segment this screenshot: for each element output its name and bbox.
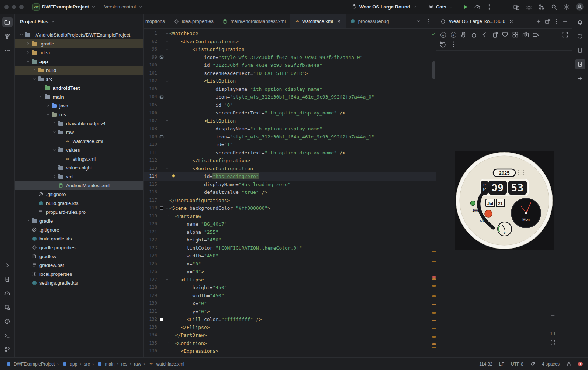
code-line-106[interactable]: 106screenReaderText="ith_option_display_… bbox=[144, 109, 436, 117]
tree-item[interactable]: xml bbox=[15, 172, 143, 181]
screen-record-button[interactable] bbox=[532, 31, 540, 38]
chevron-down-icon[interactable] bbox=[38, 94, 44, 100]
breadcrumb-item[interactable]: app bbox=[61, 361, 77, 367]
tree-item[interactable]: AndroidManifest.xml bbox=[15, 181, 143, 190]
chevron-down-icon[interactable] bbox=[45, 112, 51, 117]
tree-item[interactable]: java bbox=[15, 101, 143, 110]
tree-item[interactable]: androidTest bbox=[15, 83, 143, 92]
error-notification-badge[interactable] bbox=[578, 362, 583, 366]
code-line-99[interactable]: 99icon="style_wfs_312c30bf_f64a_461e_9c9… bbox=[144, 54, 436, 62]
fold-icon[interactable] bbox=[165, 30, 169, 38]
warning-stripe-mark[interactable] bbox=[432, 320, 436, 321]
chevron-right-icon[interactable] bbox=[52, 174, 58, 179]
code-line-123[interactable]: 123tintColor="[CONFIGURATION.themeColor.… bbox=[144, 244, 436, 252]
code-line-121[interactable]: 121alpha="255" bbox=[144, 228, 436, 236]
warning-stripe-mark[interactable] bbox=[432, 278, 436, 280]
line-number[interactable]: 106 bbox=[144, 109, 159, 117]
tree-item[interactable]: res bbox=[15, 110, 143, 119]
code-line-134[interactable]: 134</PartDraw> bbox=[144, 331, 436, 339]
vcs-widget[interactable]: Version control bbox=[102, 3, 145, 11]
code-line-130[interactable]: 130x="0" bbox=[144, 299, 436, 308]
image-preview-icon[interactable] bbox=[159, 93, 165, 101]
settings-icon[interactable] bbox=[563, 4, 570, 10]
problems-tool-icon[interactable] bbox=[2, 316, 13, 326]
line-number[interactable]: 115 bbox=[144, 181, 159, 189]
tab-moptions[interactable]: moptions bbox=[144, 14, 169, 28]
indent-widget[interactable]: 4 spaces bbox=[542, 362, 560, 367]
line-number[interactable]: 112 bbox=[144, 157, 159, 165]
chevron-down-icon[interactable] bbox=[52, 129, 58, 135]
device-tab-title[interactable]: Wear OS Large Ro...l 36.0 bbox=[449, 18, 505, 24]
breadcrumb-item[interactable]: DWFExampleProject bbox=[5, 361, 55, 367]
tree-item[interactable]: .gradle bbox=[15, 39, 143, 48]
line-number[interactable]: 1 bbox=[144, 30, 159, 38]
tab-watchface-xml[interactable]: </>watchface.xml bbox=[290, 14, 345, 28]
code-line-126[interactable]: 126y="0"> bbox=[144, 268, 436, 276]
line-number[interactable]: 62 bbox=[144, 38, 159, 46]
chevron-right-icon[interactable] bbox=[45, 103, 51, 109]
warning-stripe-mark[interactable] bbox=[432, 343, 436, 345]
line-number[interactable]: 108 bbox=[144, 125, 159, 133]
terminal-tool-icon[interactable] bbox=[2, 330, 13, 340]
code-line-107[interactable]: 107<ListOption bbox=[144, 117, 436, 125]
fold-icon[interactable] bbox=[165, 77, 169, 85]
encoding-widget[interactable]: UTF-8 bbox=[511, 362, 523, 367]
panel-options-icon[interactable] bbox=[553, 18, 559, 24]
overview-button[interactable] bbox=[512, 31, 519, 38]
code-line-124[interactable]: 124width="450" bbox=[144, 252, 436, 260]
heart-rate-button[interactable] bbox=[501, 31, 509, 38]
warning-stripe-mark[interactable] bbox=[432, 336, 436, 338]
line-number[interactable]: 121 bbox=[144, 228, 159, 236]
code-line-122[interactable]: 122height="450" bbox=[144, 236, 436, 244]
fold-icon[interactable] bbox=[165, 117, 169, 125]
fold-icon[interactable] bbox=[165, 339, 169, 347]
chevron-down-icon[interactable] bbox=[32, 76, 38, 82]
device-mirroring-icon[interactable] bbox=[513, 4, 520, 10]
project-widget[interactable]: DW DWFExampleProject bbox=[30, 2, 98, 12]
tab-options-icon[interactable] bbox=[426, 18, 431, 24]
line-separator-widget[interactable]: LF bbox=[499, 362, 504, 367]
line-number[interactable]: 104 bbox=[144, 93, 159, 101]
run-tool-icon[interactable] bbox=[2, 260, 13, 270]
code-line-132[interactable]: 132<Fill color="#ffffffff" /> bbox=[144, 315, 436, 323]
tree-item[interactable]: settings.gradle.kts bbox=[15, 278, 143, 287]
code-line-103[interactable]: 103displayName="ith_option_display_name" bbox=[144, 85, 436, 93]
pull-requests-icon[interactable] bbox=[538, 4, 545, 10]
project-view-selector[interactable]: Project Files bbox=[15, 14, 143, 29]
close-tab-icon[interactable] bbox=[336, 19, 341, 24]
screenshot-button[interactable] bbox=[522, 31, 529, 38]
code-line-133[interactable]: 133</Ellipse> bbox=[144, 323, 436, 332]
image-preview-icon[interactable] bbox=[159, 54, 165, 62]
tree-item[interactable]: main bbox=[15, 92, 143, 101]
image-preview-icon[interactable] bbox=[159, 133, 165, 141]
line-number[interactable]: 130 bbox=[144, 299, 159, 308]
code-line-1[interactable]: 1<WatchFace bbox=[144, 30, 436, 38]
button-2-button[interactable]: 2 bbox=[450, 31, 457, 38]
version-control-tool-icon[interactable] bbox=[2, 344, 13, 354]
chevron-right-icon[interactable] bbox=[52, 120, 58, 126]
rotate-device-button[interactable] bbox=[491, 31, 498, 38]
line-number[interactable]: 117 bbox=[144, 196, 159, 205]
back-button[interactable] bbox=[481, 31, 488, 38]
code-line-102[interactable]: 102<ListOption bbox=[144, 77, 436, 85]
warning-stripe-mark[interactable] bbox=[432, 328, 436, 329]
user-avatar[interactable] bbox=[576, 3, 584, 11]
breadcrumb-item[interactable]: src bbox=[84, 362, 90, 367]
line-number[interactable]: 101 bbox=[144, 69, 159, 78]
line-number[interactable]: 119 bbox=[144, 212, 159, 220]
macos-window-controls[interactable] bbox=[4, 5, 24, 9]
line-number[interactable]: 100 bbox=[144, 61, 159, 69]
zoom-reset-button[interactable]: 1:1 bbox=[550, 332, 556, 336]
project-tool-icon[interactable] bbox=[2, 17, 13, 27]
chevron-down-icon[interactable] bbox=[52, 147, 58, 153]
tree-item[interactable]: gradle.properties bbox=[15, 243, 143, 252]
tree-item[interactable]: raw bbox=[15, 128, 143, 137]
line-number[interactable]: 122 bbox=[144, 236, 159, 244]
minimize-window-button[interactable] bbox=[12, 5, 16, 9]
gemini-icon[interactable] bbox=[575, 73, 585, 83]
code-line-105[interactable]: 105id="0" bbox=[144, 101, 436, 109]
line-number[interactable]: 134 bbox=[144, 331, 159, 339]
open-in-window-icon[interactable] bbox=[544, 18, 550, 24]
gradle-tool-icon[interactable] bbox=[575, 31, 585, 41]
device-selector[interactable]: Wear OS Large Round bbox=[349, 3, 419, 11]
